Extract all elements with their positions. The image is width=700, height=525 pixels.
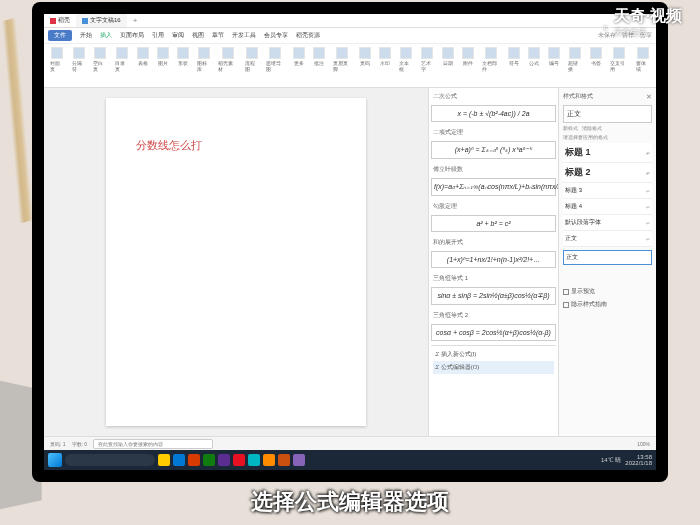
task-icon[interactable] — [173, 454, 185, 466]
formula-preset[interactable]: sinα ± sinβ = 2sin½(α±β)cos½(α∓β) — [431, 287, 556, 305]
ribbon-附件[interactable]: 附件 — [460, 46, 476, 67]
task-icon[interactable] — [203, 454, 215, 466]
ribbon-icon — [177, 47, 189, 59]
menu-file[interactable]: 文件 — [48, 30, 72, 41]
menu-item[interactable]: 章节 — [212, 31, 224, 40]
statusbar: 页码: 1 字数: 0 在此查找输入你要搜索的内容 100% — [44, 436, 656, 450]
formula-preset[interactable]: (x+a)ⁿ = Σₖ₌₀ⁿ (ⁿₖ) xᵏaⁿ⁻ᵏ — [431, 141, 556, 159]
ribbon-icon — [222, 47, 234, 59]
menu-item[interactable]: 审阅 — [172, 31, 184, 40]
ribbon-编号[interactable]: 编号 — [546, 46, 562, 67]
watermark-brand: 天奇·视频 — [614, 7, 682, 24]
taskbar-search[interactable] — [65, 454, 155, 466]
ribbon-超链接[interactable]: 超链接 — [566, 46, 584, 73]
formula-preset[interactable]: x = (-b ± √(b²-4ac)) / 2a — [431, 105, 556, 122]
task-icon[interactable] — [248, 454, 260, 466]
document-area[interactable]: 分数线怎么打 — [44, 88, 428, 436]
content-area: 分数线怎么打 二次公式x = (-b ± √(b²-4ac)) / 2a二项式定… — [44, 88, 656, 436]
menu-item[interactable]: 开始 — [80, 31, 92, 40]
menu-item[interactable]: 页面布局 — [120, 31, 144, 40]
monitor-frame: 稻壳 文字文稿16 + 文件 开始 插入 页面布局 引用 审阅 视图 章节 开发… — [32, 2, 668, 482]
task-icon[interactable] — [158, 454, 170, 466]
tab-document[interactable]: 文字文稿16 — [76, 14, 127, 27]
ribbon-icon — [336, 47, 348, 59]
style-item[interactable]: 标题 2↵ — [563, 163, 652, 183]
ribbon-水印[interactable]: 水印 — [377, 46, 393, 67]
menu-item[interactable]: 会员专享 — [264, 31, 288, 40]
zoom-level[interactable]: 100% — [637, 441, 650, 447]
opt-guide[interactable]: 隐示样式指南 — [563, 298, 652, 311]
ribbon-日期[interactable]: 日期 — [440, 46, 456, 67]
task-icon[interactable] — [263, 454, 275, 466]
formula-preset[interactable]: a² + b² = c² — [431, 215, 556, 232]
system-tray[interactable]: 14℃ 晴 13:582022/1/18 — [601, 454, 652, 466]
menu-item[interactable]: 视图 — [192, 31, 204, 40]
new-style-link[interactable]: 新样式 — [563, 125, 578, 131]
clear-format-link[interactable]: 清除格式 — [582, 125, 602, 131]
ribbon-图片[interactable]: 图片 — [155, 46, 171, 67]
style-list: 标题 1↵标题 2↵标题 3↵标题 4↵默认段落字体↵正文↵ — [563, 143, 652, 247]
ribbon-icon — [590, 47, 602, 59]
ribbon-图标库[interactable]: 图标库 — [195, 46, 213, 73]
task-icon[interactable] — [188, 454, 200, 466]
menu-item[interactable]: 插入 — [100, 31, 112, 40]
ribbon-符号[interactable]: 符号 — [506, 46, 522, 67]
menubar: 文件 开始 插入 页面布局 引用 审阅 视图 章节 开发工具 会员专享 稻壳资源… — [44, 28, 656, 44]
style-item[interactable]: 标题 4↵ — [563, 199, 652, 215]
task-icon[interactable] — [293, 454, 305, 466]
ribbon-稻壳素材[interactable]: 稻壳素材 — [216, 46, 238, 73]
menu-item[interactable]: 稻壳资源 — [296, 31, 320, 40]
task-icon[interactable] — [278, 454, 290, 466]
tab-add[interactable]: + — [127, 16, 144, 25]
style-item[interactable]: 标题 1↵ — [563, 143, 652, 163]
opt-preview[interactable]: 显示预览 — [563, 285, 652, 298]
ribbon-形状[interactable]: 形状 — [175, 46, 191, 67]
ribbon-文档部件[interactable]: 文档部件 — [480, 46, 502, 73]
ribbon-公式[interactable]: 公式 — [526, 46, 542, 67]
formula-preset[interactable]: cosα + cosβ = 2cos½(α+β)cos½(α-β) — [431, 324, 556, 341]
ribbon-窗体域[interactable]: 窗体域 — [634, 46, 652, 73]
start-button[interactable] — [48, 453, 62, 467]
formula-section-title: 二项式定理 — [431, 126, 556, 139]
insert-new-formula[interactable]: 𝛴 插入新公式(I) — [433, 348, 554, 361]
ribbon-icon — [246, 47, 258, 59]
ribbon-空白页[interactable]: 空白页 — [91, 46, 109, 73]
formula-preset[interactable]: (1+x)ⁿ=1+nx/1!+n(n-1)x²/2!+… — [431, 251, 556, 268]
apply-icon: ↵ — [646, 236, 650, 242]
ribbon-目录页[interactable]: 目录页 — [113, 46, 131, 73]
ribbon-分隔符[interactable]: 分隔符 — [70, 46, 88, 73]
ribbon-书签[interactable]: 书签 — [588, 46, 604, 67]
ribbon-页码[interactable]: 页码 — [357, 46, 373, 67]
style-select-field[interactable]: 正文 — [563, 250, 652, 265]
document-text: 分数线怎么打 — [136, 138, 336, 153]
close-icon[interactable]: ✕ — [646, 93, 652, 101]
style-item[interactable]: 默认段落字体↵ — [563, 215, 652, 231]
menu-item[interactable]: 引用 — [152, 31, 164, 40]
search-input[interactable]: 在此查找输入你要搜索的内容 — [93, 439, 213, 449]
formula-preset[interactable]: f(x)=a₀+Σₙ₌₁∞(aₙcos(nπx/L)+bₙsin(nπx/L)) — [431, 178, 556, 196]
ribbon-icon — [442, 47, 454, 59]
menu-item[interactable]: 开发工具 — [232, 31, 256, 40]
task-icon[interactable] — [218, 454, 230, 466]
tab-home[interactable]: 稻壳 — [44, 14, 76, 27]
page[interactable]: 分数线怎么打 — [106, 98, 366, 426]
ribbon-思维导图[interactable]: 思维导图 — [264, 46, 286, 73]
ribbon-表格[interactable]: 表格 — [135, 46, 151, 67]
watermark: 天奇·视频 天奇生活 C — [614, 6, 682, 38]
wps-icon — [50, 18, 56, 24]
ribbon-icon — [569, 47, 581, 59]
ribbon-更多[interactable]: 更多 — [291, 46, 307, 67]
ribbon-文本框[interactable]: 文本框 — [397, 46, 415, 73]
ribbon-页眉页脚[interactable]: 页眉页脚 — [331, 46, 353, 73]
ribbon-封面页[interactable]: 封面页 — [48, 46, 66, 73]
current-style[interactable]: 正文 — [563, 105, 652, 123]
task-icon[interactable] — [233, 454, 245, 466]
ribbon-流程图[interactable]: 流程图 — [243, 46, 261, 73]
ribbon-交叉引用[interactable]: 交叉引用 — [608, 46, 630, 73]
ribbon-艺术字[interactable]: 艺术字 — [419, 46, 437, 73]
style-item[interactable]: 标题 3↵ — [563, 183, 652, 199]
style-item[interactable]: 正文↵ — [563, 231, 652, 247]
watermark-sub: 天奇生活 — [614, 27, 682, 38]
ribbon-批注[interactable]: 批注 — [311, 46, 327, 67]
formula-editor-option[interactable]: 𝛴 公式编辑器(O) — [433, 361, 554, 374]
